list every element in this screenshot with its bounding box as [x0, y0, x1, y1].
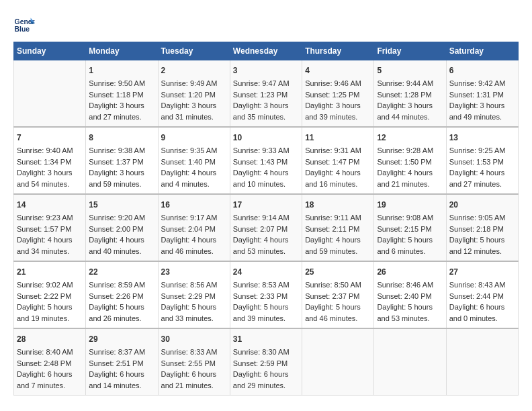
cell-line: Sunrise: 9:20 AM: [89, 212, 154, 224]
cell-w3-d5: 18Sunrise: 9:11 AMSunset: 2:11 PMDayligh…: [302, 194, 374, 261]
cell-line: and 26 minutes.: [89, 313, 154, 324]
date-number: 14: [17, 199, 83, 211]
cell-line: Sunrise: 9:17 AM: [161, 212, 227, 224]
cell-line: and 27 minutes.: [89, 111, 154, 123]
cell-line: Sunset: 2:22 PM: [17, 291, 83, 302]
cell-line: Sunrise: 9:49 AM: [161, 78, 227, 89]
cell-line: and 7 minutes.: [17, 380, 83, 392]
cell-line: and 54 minutes.: [17, 179, 83, 190]
cell-line: Sunrise: 8:33 AM: [161, 347, 227, 358]
cell-line: Daylight: 5 hours: [89, 302, 154, 313]
cell-line: and 0 minutes.: [449, 313, 515, 324]
cell-line: Daylight: 4 hours: [233, 234, 299, 246]
date-number: 11: [305, 132, 371, 144]
cell-line: Daylight: 3 hours: [305, 100, 371, 111]
date-number: 12: [377, 132, 443, 144]
cell-line: Sunrise: 9:02 AM: [17, 279, 83, 291]
cell-line: Sunset: 1:28 PM: [377, 89, 443, 101]
date-number: 18: [305, 199, 371, 211]
cell-line: Sunrise: 9:38 AM: [89, 145, 154, 156]
cell-line: Daylight: 5 hours: [377, 302, 443, 313]
cell-line: Sunset: 2:00 PM: [89, 224, 154, 235]
cell-line: Sunrise: 9:50 AM: [89, 78, 154, 89]
cell-line: Sunrise: 8:59 AM: [89, 279, 154, 291]
cell-line: Sunset: 2:55 PM: [161, 358, 227, 369]
cell-line: Sunset: 2:07 PM: [233, 224, 299, 235]
week-row-2: 7Sunrise: 9:40 AMSunset: 1:34 PMDaylight…: [14, 127, 519, 194]
cell-line: Daylight: 3 hours: [89, 100, 154, 111]
cell-line: Daylight: 5 hours: [305, 302, 371, 313]
cell-line: Daylight: 4 hours: [233, 167, 299, 179]
date-number: 10: [233, 132, 299, 144]
cell-line: Sunrise: 9:14 AM: [233, 212, 299, 224]
cell-line: and 40 minutes.: [89, 246, 154, 257]
cell-line: Daylight: 4 hours: [305, 234, 371, 246]
date-number: 7: [17, 132, 83, 144]
cell-line: and 33 minutes.: [161, 313, 227, 324]
cell-w3-d6: 19Sunrise: 9:08 AMSunset: 2:15 PMDayligh…: [374, 194, 446, 261]
cell-line: Sunset: 2:29 PM: [161, 291, 227, 302]
column-header-tuesday: Tuesday: [158, 42, 230, 60]
cell-line: and 34 minutes.: [17, 246, 83, 257]
cell-line: Sunset: 1:43 PM: [233, 156, 299, 168]
cell-line: Daylight: 3 hours: [449, 100, 515, 111]
date-number: 26: [377, 266, 443, 278]
cell-line: Sunset: 1:57 PM: [17, 224, 83, 235]
cell-line: Daylight: 6 hours: [449, 302, 515, 313]
date-number: 2: [161, 64, 227, 77]
page-header: General Blue: [13, 13, 519, 35]
column-header-monday: Monday: [86, 42, 158, 60]
date-number: 20: [449, 199, 515, 211]
week-row-4: 21Sunrise: 9:02 AMSunset: 2:22 PMDayligh…: [14, 261, 519, 328]
column-header-friday: Friday: [374, 42, 446, 60]
cell-line: and 31 minutes.: [161, 111, 227, 123]
cell-line: Sunrise: 8:46 AM: [377, 279, 443, 291]
cell-w2-d4: 10Sunrise: 9:33 AMSunset: 1:43 PMDayligh…: [230, 127, 302, 194]
date-number: 16: [161, 199, 227, 211]
cell-line: Daylight: 6 hours: [17, 369, 83, 380]
cell-line: Sunset: 1:18 PM: [89, 89, 154, 101]
cell-line: Sunrise: 9:05 AM: [449, 212, 515, 224]
date-number: 6: [449, 64, 515, 77]
cell-line: Daylight: 4 hours: [305, 167, 371, 179]
cell-line: and 16 minutes.: [305, 179, 371, 190]
cell-line: and 59 minutes.: [89, 179, 154, 190]
cell-w1-d6: 5Sunrise: 9:44 AMSunset: 1:28 PMDaylight…: [374, 60, 446, 128]
date-number: 24: [233, 266, 299, 278]
cell-w4-d2: 22Sunrise: 8:59 AMSunset: 2:26 PMDayligh…: [86, 261, 158, 328]
cell-line: Sunrise: 9:42 AM: [449, 78, 515, 89]
cell-line: Sunrise: 9:35 AM: [161, 145, 227, 156]
cell-line: Sunrise: 9:40 AM: [17, 145, 83, 156]
cell-line: Sunrise: 9:25 AM: [449, 145, 515, 156]
cell-w5-d6: [374, 328, 446, 396]
cell-line: Daylight: 3 hours: [161, 100, 227, 111]
cell-line: Sunset: 1:23 PM: [233, 89, 299, 101]
column-header-wednesday: Wednesday: [230, 42, 302, 60]
cell-w3-d7: 20Sunrise: 9:05 AMSunset: 2:18 PMDayligh…: [446, 194, 518, 261]
date-number: 30: [161, 333, 227, 345]
cell-line: and 39 minutes.: [233, 313, 299, 324]
date-number: 31: [233, 333, 299, 345]
cell-line: Daylight: 4 hours: [449, 167, 515, 179]
column-header-saturday: Saturday: [446, 42, 518, 60]
cell-line: Daylight: 5 hours: [377, 234, 443, 246]
date-number: 27: [449, 266, 515, 278]
cell-line: Sunset: 1:40 PM: [161, 156, 227, 168]
cell-w2-d5: 11Sunrise: 9:31 AMSunset: 1:47 PMDayligh…: [302, 127, 374, 194]
cell-line: Daylight: 3 hours: [233, 100, 299, 111]
cell-w2-d3: 9Sunrise: 9:35 AMSunset: 1:40 PMDaylight…: [158, 127, 230, 194]
cell-w3-d4: 17Sunrise: 9:14 AMSunset: 2:07 PMDayligh…: [230, 194, 302, 261]
cell-line: Daylight: 6 hours: [89, 369, 154, 380]
cell-line: and 35 minutes.: [233, 111, 299, 123]
cell-line: Sunset: 2:11 PM: [305, 224, 371, 235]
column-header-sunday: Sunday: [14, 42, 86, 60]
cell-line: and 4 minutes.: [161, 179, 227, 190]
cell-w1-d7: 6Sunrise: 9:42 AMSunset: 1:31 PMDaylight…: [446, 60, 518, 128]
cell-line: Sunrise: 8:40 AM: [17, 347, 83, 358]
date-number: 19: [377, 199, 443, 211]
cell-line: Sunset: 1:50 PM: [377, 156, 443, 168]
cell-w3-d2: 15Sunrise: 9:20 AMSunset: 2:00 PMDayligh…: [86, 194, 158, 261]
cell-line: and 53 minutes.: [377, 313, 443, 324]
cell-line: Sunrise: 9:47 AM: [233, 78, 299, 89]
logo: General Blue: [13, 13, 38, 35]
